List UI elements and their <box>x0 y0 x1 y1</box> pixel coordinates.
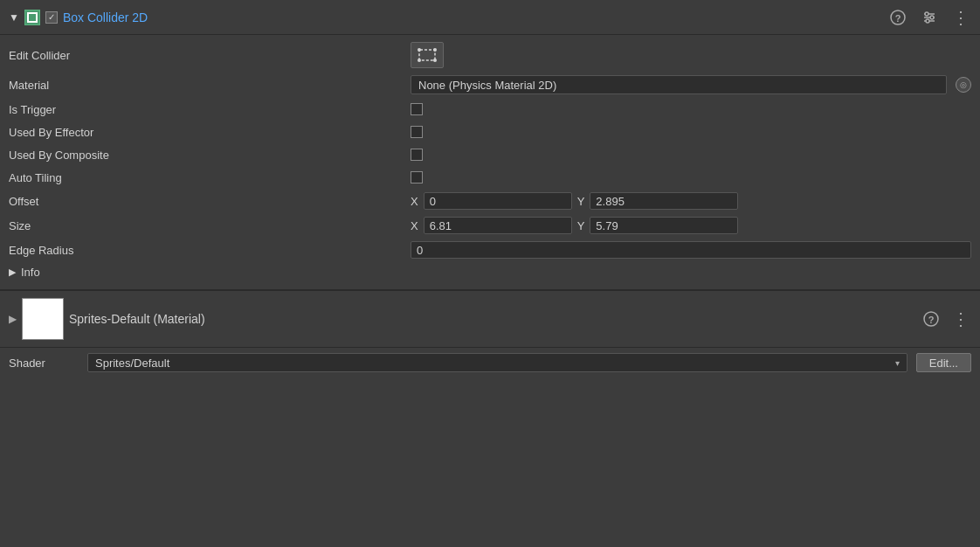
edit-collider-icon <box>418 47 437 63</box>
material-dropdown[interactable]: None (Physics Material 2D) <box>411 75 947 94</box>
offset-y-input[interactable] <box>590 192 738 210</box>
size-xy-group: X Y <box>411 217 738 234</box>
edit-collider-label: Edit Collider <box>9 49 411 62</box>
shader-row: Shader Sprites/Default ▾ Edit... <box>0 348 980 377</box>
material-row: Material None (Physics Material 2D) ◎ <box>0 72 980 98</box>
size-x-input[interactable] <box>424 217 572 234</box>
material-more-options-icon-btn[interactable]: ⋮ <box>950 308 971 329</box>
edge-radius-row: Edge Radius <box>0 238 980 262</box>
used-by-composite-value <box>411 149 971 161</box>
used-by-effector-value <box>411 126 971 138</box>
used-by-effector-checkbox[interactable] <box>411 126 423 138</box>
shader-label: Shader <box>9 357 79 370</box>
svg-point-5 <box>925 12 928 16</box>
edge-radius-input[interactable] <box>411 241 971 259</box>
material-select-btn[interactable]: ◎ <box>956 77 971 93</box>
svg-rect-8 <box>419 50 435 60</box>
used-by-effector-label: Used By Effector <box>9 126 411 139</box>
shader-dropdown-text: Sprites/Default <box>95 357 895 370</box>
material-dropdown-text: None (Physics Material 2D) <box>418 79 939 92</box>
material-section: ▶ Sprites-Default (Material) ? ⋮ Shader <box>0 291 980 377</box>
size-y-input[interactable] <box>590 217 738 234</box>
used-by-composite-row: Used By Composite <box>0 143 980 166</box>
edit-collider-row: Edit Collider <box>0 38 980 72</box>
is-trigger-label: Is Trigger <box>9 103 411 116</box>
component-title: Box Collider 2D <box>63 10 148 24</box>
offset-row: Offset X Y <box>0 189 980 213</box>
more-dots-icon: ⋮ <box>952 9 970 26</box>
sliders-icon <box>921 10 937 25</box>
offset-x-input[interactable] <box>424 192 572 210</box>
help-icon-btn[interactable]: ? <box>887 7 908 28</box>
shader-dropdown[interactable]: Sprites/Default ▾ <box>87 353 908 372</box>
svg-point-12 <box>433 59 437 62</box>
component-header: ▼ Box Collider 2D ? <box>0 0 980 35</box>
svg-point-6 <box>930 16 934 19</box>
material-title: Sprites-Default (Material) <box>69 312 912 326</box>
auto-tiling-checkbox[interactable] <box>411 171 423 183</box>
offset-x-label: X <box>411 195 418 208</box>
svg-point-9 <box>418 48 421 52</box>
svg-point-7 <box>926 19 929 23</box>
size-row: Size X Y <box>0 213 980 238</box>
shader-edit-button[interactable]: Edit... <box>916 353 971 372</box>
material-help-icon-btn[interactable]: ? <box>921 308 942 329</box>
question-mark-icon: ? <box>890 10 906 25</box>
auto-tiling-row: Auto Tiling <box>0 166 980 189</box>
used-by-composite-label: Used By Composite <box>9 149 411 162</box>
inspector-panel: ▼ Box Collider 2D ? <box>0 0 980 547</box>
circle-dot-icon: ◎ <box>960 80 967 89</box>
material-value: None (Physics Material 2D) ◎ <box>411 75 971 94</box>
is-trigger-row: Is Trigger <box>0 98 980 121</box>
svg-text:?: ? <box>928 315 935 325</box>
material-header-left: ▶ Sprites-Default (Material) <box>9 298 912 340</box>
offset-value: X Y <box>411 192 971 210</box>
auto-tiling-label: Auto Tiling <box>9 171 411 184</box>
material-header: ▶ Sprites-Default (Material) ? ⋮ <box>0 291 980 348</box>
shader-dropdown-arrow-icon: ▾ <box>895 358 900 368</box>
collapse-arrow-icon[interactable]: ▼ <box>9 11 19 24</box>
offset-label: Offset <box>9 195 411 208</box>
offset-xy-group: X Y <box>411 192 738 210</box>
material-thumbnail <box>22 298 64 340</box>
material-collapse-arrow-icon[interactable]: ▶ <box>9 313 17 325</box>
used-by-effector-row: Used By Effector <box>0 121 980 143</box>
component-enabled-checkbox[interactable] <box>45 11 58 24</box>
svg-point-11 <box>418 59 421 62</box>
svg-text:?: ? <box>895 12 901 23</box>
is-trigger-checkbox[interactable] <box>411 103 423 115</box>
edge-radius-value <box>411 241 971 259</box>
info-row[interactable]: ▶ Info <box>0 262 980 282</box>
component-icon-inner <box>27 12 38 23</box>
edit-collider-value <box>411 42 971 68</box>
size-label: Size <box>9 219 411 232</box>
size-y-label: Y <box>577 219 585 232</box>
material-label: Material <box>9 79 411 92</box>
edge-radius-label: Edge Radius <box>9 244 411 257</box>
size-x-label: X <box>411 219 418 232</box>
is-trigger-value <box>411 103 971 115</box>
component-body: Edit Collider Material None (Phys <box>0 35 980 286</box>
used-by-composite-checkbox[interactable] <box>411 149 423 161</box>
more-options-icon-btn[interactable]: ⋮ <box>950 7 971 28</box>
material-question-mark-icon: ? <box>923 311 939 327</box>
header-right: ? ⋮ <box>887 7 971 28</box>
auto-tiling-value <box>411 171 971 183</box>
svg-point-10 <box>433 48 437 52</box>
component-icon-box <box>24 10 40 25</box>
offset-y-label: Y <box>577 195 585 208</box>
header-left: ▼ Box Collider 2D <box>9 10 887 25</box>
material-more-dots-icon: ⋮ <box>952 310 970 328</box>
info-arrow-icon: ▶ <box>9 267 16 278</box>
material-header-icons: ? ⋮ <box>921 308 971 329</box>
size-value: X Y <box>411 217 971 234</box>
edit-collider-button[interactable] <box>411 42 444 68</box>
settings-icon-btn[interactable] <box>919 7 940 28</box>
info-label: Info <box>21 266 40 279</box>
